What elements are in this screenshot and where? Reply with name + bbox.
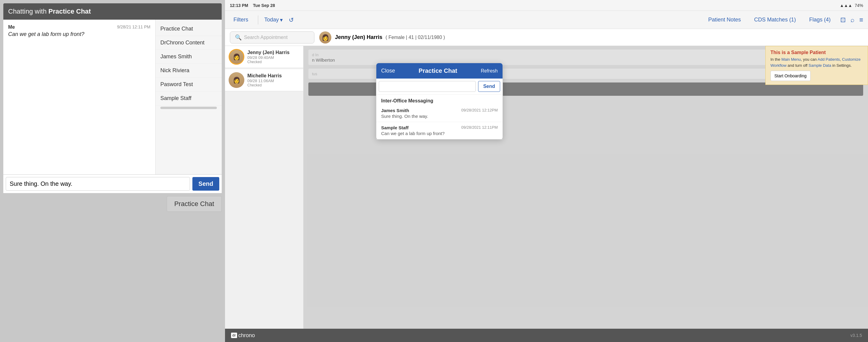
flags-nav[interactable]: Flags (4) — [805, 15, 834, 25]
chat-header-bold: Practice Chat — [48, 7, 91, 15]
appt-info-1: Michelle Harris 09/28 11:06AM Checked — [247, 73, 300, 87]
today-button[interactable]: Today ▾ — [264, 17, 283, 23]
modal-title: Practice Chat — [395, 67, 481, 74]
chrono-text: chrono — [238, 332, 255, 339]
chat-input[interactable] — [6, 177, 190, 191]
patient-notes-nav[interactable]: Patient Notes — [705, 15, 744, 25]
nav-icons: ⊡ ⌕ ≡ — [840, 16, 863, 24]
modal-header: Close Practice Chat Refresh — [376, 63, 502, 79]
right-layout: 👩 Jenny (Jen) Harris 09/28 09:40AM Check… — [225, 46, 868, 329]
camera-icon[interactable]: ⊡ — [840, 16, 846, 24]
start-onboarding-button[interactable]: Start Onboarding — [770, 71, 811, 81]
appointment-list: 👩 Jenny (Jen) Harris 09/28 09:40AM Check… — [225, 46, 304, 329]
message-meta: Me 9/28/21 12:11 PM — [8, 25, 150, 30]
send-button[interactable]: Send — [192, 177, 219, 191]
search-icon-small: 🔍 — [235, 34, 242, 41]
main-menu-link[interactable]: Main Menu — [781, 57, 801, 62]
recipient-drchrono-content[interactable]: DrChrono Content — [156, 36, 222, 50]
modal-message-1: Sample Staff 09/28/2021 12:11PM Can we g… — [376, 122, 502, 139]
modal-send-button[interactable]: Send — [478, 81, 500, 92]
modal-message-meta-1: Sample Staff 09/28/2021 12:11PM — [381, 125, 498, 130]
chat-input-area: Send — [3, 174, 222, 193]
patient-name: Jenny (Jen) Harris ( Female | 41 | 02/11… — [335, 34, 445, 40]
status-bar-right: ▲▲▲ 74% — [840, 3, 863, 8]
modal-message-meta-0: James Smith 09/28/2021 12:12PM — [381, 108, 498, 113]
recipient-james-smith[interactable]: James Smith — [156, 50, 222, 64]
appt-avatar-1: 👩 — [229, 72, 244, 88]
filters-button[interactable]: Filters — [230, 15, 252, 25]
chat-messages: Me 9/28/21 12:11 PM Can we get a lab for… — [3, 20, 155, 174]
footer-logo: dr chrono — [231, 332, 255, 339]
patient-avatar: 👩 — [319, 31, 331, 43]
messaging-section-label: Inter-Office Messaging — [376, 95, 502, 105]
chat-header-prefix: Chatting with — [8, 7, 48, 15]
appt-info-0: Jenny (Jen) Harris 09/28 09:40AM Checked — [247, 50, 300, 64]
sample-data-link[interactable]: Sample Data — [808, 63, 831, 68]
search-placeholder: Search Appointment — [244, 35, 287, 40]
status-bar: 12:13 PM Tue Sep 28 ▲▲▲ 74% — [225, 0, 868, 11]
recipient-practice-chat[interactable]: Practice Chat — [156, 22, 222, 36]
appt-avatar-0: 👩 — [229, 49, 244, 65]
practice-chat-modal: Close Practice Chat Refresh Send Inter-O… — [376, 63, 503, 139]
practice-chat-tab[interactable]: Practice Chat — [167, 196, 222, 212]
appointment-item-1[interactable]: 👩 Michelle Harris 09/28 11:06AM Checked — [225, 69, 303, 91]
message-sender: Me — [8, 25, 15, 30]
chat-window: Chatting with Practice Chat Me 9/28/21 1… — [3, 3, 222, 193]
message-item: Me 9/28/21 12:11 PM Can we get a lab for… — [8, 25, 150, 37]
dr-prefix: dr — [231, 333, 237, 338]
modal-input-area: Send — [376, 79, 502, 95]
recipient-pasword-test[interactable]: Pasword Test — [156, 77, 222, 92]
message-text: Can we get a lab form up front? — [8, 31, 150, 37]
chat-header: Chatting with Practice Chat — [3, 3, 222, 20]
content-area: d In n Wilberton tus This is a Sample Pa… — [304, 46, 868, 329]
nav-separator — [258, 15, 258, 25]
modal-message-0: James Smith 09/28/2021 12:12PM Sure thin… — [376, 105, 502, 122]
right-panel: 12:13 PM Tue Sep 28 ▲▲▲ 74% Filters Toda… — [225, 0, 868, 342]
cds-matches-nav[interactable]: CDS Matches (1) — [750, 15, 800, 25]
recipient-scrollbar[interactable] — [160, 107, 217, 109]
recipient-nick-riviera[interactable]: Nick Riviera — [156, 64, 222, 77]
menu-icon[interactable]: ≡ — [859, 16, 863, 24]
footer: dr chrono v3.1.5 — [225, 329, 868, 342]
message-time: 9/28/21 12:11 PM — [117, 25, 150, 30]
modal-body: Inter-Office Messaging James Smith 09/28… — [376, 95, 502, 139]
footer-version: v3.1.5 — [850, 333, 862, 338]
chat-body: Me 9/28/21 12:11 PM Can we get a lab for… — [3, 20, 222, 174]
status-bar-time: 12:13 PM Tue Sep 28 — [230, 3, 275, 8]
battery-icon: 74% — [855, 3, 863, 8]
sample-banner-text: In the Main Menu, you can Add Patients, … — [770, 57, 863, 68]
recipient-sample-staff[interactable]: Sample Staff — [156, 92, 222, 105]
refresh-button[interactable]: ↺ — [289, 16, 294, 24]
chat-recipients: Practice Chat DrChrono Content James Smi… — [155, 20, 222, 174]
modal-input[interactable] — [379, 81, 476, 92]
top-nav: Filters Today ▾ ↺ Patient Notes CDS Matc… — [225, 11, 868, 29]
wifi-icon: ▲▲▲ — [840, 3, 852, 8]
sample-banner: This is a Sample Patient In the Main Men… — [765, 46, 868, 85]
search-bar[interactable]: 🔍 Search Appointment — [230, 31, 314, 43]
search-icon[interactable]: ⌕ — [850, 16, 855, 24]
appointment-item-0[interactable]: 👩 Jenny (Jen) Harris 09/28 09:40AM Check… — [225, 46, 303, 68]
add-patients-link[interactable]: Add Patients — [817, 57, 840, 62]
modal-refresh-button[interactable]: Refresh — [481, 68, 498, 74]
modal-close-button[interactable]: Close — [381, 68, 395, 74]
